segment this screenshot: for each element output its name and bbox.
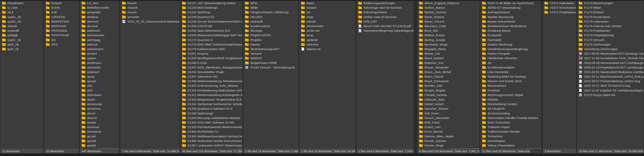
list-item[interactable]: Blach_Norbert	[417, 56, 480, 60]
list-item[interactable]: D1345 Messung Lastkollektive Aktuator	[180, 116, 242, 120]
list-item[interactable]: PRAKTIKUM	[44, 33, 79, 37]
list-item[interactable]: Braye_Emmanuel	[417, 79, 480, 83]
list-item[interactable]: LOGISTIK	[44, 15, 79, 19]
list-item[interactable]: ahoffmann	[80, 60, 119, 65]
list-item[interactable]: Kundenstammdaten	[480, 65, 541, 70]
list-item[interactable]: Flachstahl	[480, 38, 541, 42]
list-item[interactable]: showmonitor	[300, 24, 356, 28]
list-item[interactable]: 2021-05-07 Pressemitteilung Le2Gro.msg	[577, 79, 644, 83]
list-item[interactable]: akl1	[80, 83, 119, 88]
list-item[interactable]: Fahrzeugscheine	[356, 10, 414, 14]
list-item[interactable]: Rechnungsnummer Digital	[480, 93, 541, 97]
list-item[interactable]: tp03_1$	[0, 42, 43, 47]
list-item[interactable]: temp	[300, 33, 356, 37]
list-item[interactable]: pwdigi$	[0, 33, 43, 37]
list-item[interactable]: ssp01_1$	[0, 38, 43, 42]
list-item[interactable]: Projekt-DATEN	[243, 33, 298, 37]
list-item[interactable]: Stick Tschechien	[480, 120, 541, 125]
list-item[interactable]: tp04_1$	[0, 47, 43, 51]
list-item[interactable]: riepp	[300, 15, 356, 19]
list-item[interactable]: D1316 Fernbedienung Abdeckplane AXIS	[180, 88, 242, 93]
list-item[interactable]: D_User	[0, 5, 43, 10]
list-item[interactable]: ap3akl	[80, 143, 119, 148]
list-item[interactable]: ajung2	[80, 79, 119, 83]
list-item[interactable]: cpa01_1$	[0, 15, 43, 19]
list-item[interactable]: Defosset_Alain	[417, 97, 480, 102]
list-item[interactable]: aneubauer	[80, 129, 119, 134]
list-item[interactable]: KUHN	[44, 5, 79, 10]
list-item[interactable]: Behälterrechner Winterdienst	[480, 24, 541, 28]
list-item[interactable]: D1352 AXIS EMC Software JC-NG	[180, 120, 242, 125]
list-item[interactable]: Bottemer_Eric	[417, 60, 480, 65]
list-item[interactable]: Eckert_Lars	[417, 125, 480, 129]
list-item[interactable]: dateien.txt	[300, 47, 356, 51]
list-item[interactable]: D1286 E-Click	[180, 60, 242, 65]
list-item[interactable]: administrator	[80, 33, 119, 37]
list-item[interactable]: 2021-02-11 Abschlussbericht_LeiTra_final…	[577, 74, 644, 79]
list-item[interactable]: Hydraulik	[243, 19, 298, 24]
list-item[interactable]: HALDEX	[243, 15, 298, 19]
list-item[interactable]: P1170 Patente und Literatur	[577, 24, 644, 28]
list-item[interactable]: Auftragsbestand	[480, 10, 541, 14]
list-item[interactable]: 2017-09-02 Masterarbeit AGT-Gestänge Lei…	[577, 51, 644, 56]
list-item[interactable]: Bauer_Vincent	[417, 19, 480, 24]
list-item[interactable]: Buehler_Joel	[417, 83, 480, 88]
list-item[interactable]: D1308 Weiterentwicklung Telimatsensoren …	[180, 79, 242, 83]
list-item[interactable]: vFM_DAT	[356, 19, 414, 24]
list-item[interactable]: P1170 Zeichnungen	[577, 42, 644, 47]
list-item[interactable]: akrum	[80, 111, 119, 116]
list-item[interactable]: Traktorenmarke Händler	[480, 129, 541, 134]
list-item[interactable]: Chiriatti_Daniela	[417, 93, 480, 97]
list-item[interactable]: Detscher_Simone	[417, 106, 480, 111]
list-item[interactable]: D1220 MDS-Redesign	[180, 5, 242, 10]
list-item[interactable]: MWelfens-Keller	[80, 5, 119, 10]
list-item[interactable]: Messen und Events 2024	[480, 79, 541, 83]
list-item[interactable]: WABCO	[243, 56, 298, 60]
list-item[interactable]: Eble_Franz	[417, 120, 480, 125]
list-item[interactable]: D1321 Weiterentwicklung Aufstiegleiter A…	[180, 93, 242, 97]
list-item[interactable]: D1291 Streutabellen Plugin	[180, 70, 242, 74]
list-item[interactable]: Messenotizen	[480, 83, 541, 88]
list-item[interactable]: D1242 OptiDüng	[180, 10, 242, 14]
list-item[interactable]: Traktoren Import	[480, 125, 541, 129]
list-item[interactable]: nrauch	[120, 10, 180, 14]
list-item[interactable]: MARKETING	[44, 19, 79, 24]
list-item[interactable]: Bosch GSR 18V-60C 07112019.pdf	[356, 24, 414, 28]
list-item[interactable]: Fischer_Regis	[417, 143, 480, 148]
list-item[interactable]: amaier	[80, 120, 119, 125]
list-item[interactable]: D1287 AXIS_Oberlenker_Ankuppelsystem	[180, 65, 242, 70]
list-item[interactable]: 2020-02-18 Projektbericht AGT Leichtbaug…	[577, 65, 644, 70]
list-item[interactable]: Dorsch_Alexander	[417, 116, 480, 120]
list-item[interactable]: Ernst_Werner	[417, 129, 480, 134]
list-item[interactable]: Screenrecording	[480, 111, 541, 116]
list-item[interactable]: Fischer_Damien	[417, 139, 480, 143]
list-item[interactable]: abelikan	[80, 15, 119, 19]
list-item[interactable]: Roboter	[480, 97, 541, 102]
list-item[interactable]: D1364 Wurfscheibe S1	[180, 129, 242, 134]
list-item[interactable]: Garantieverlängerung Solaranlage.pdf	[356, 28, 414, 33]
list-item[interactable]: D1367 Lenksystem AXENT Weiterentwicklung	[180, 143, 242, 148]
list-item[interactable]: akronimus	[80, 106, 119, 111]
list-item[interactable]: PERSONAL	[44, 28, 79, 33]
list-item[interactable]: Händlerliste Hönscher	[480, 56, 541, 60]
list-item[interactable]: Gewinn Rechnung	[480, 42, 541, 47]
list-item[interactable]: GL$	[0, 10, 43, 14]
list-item[interactable]: aivkovich	[80, 70, 119, 74]
list-item[interactable]: D1366 Stufenloser Antrieb Grenzstreuen	[180, 139, 242, 143]
list-item[interactable]: aischenko	[80, 65, 119, 70]
list-item[interactable]: Raeder	[243, 42, 298, 47]
list-item[interactable]: P1170 Versuch	[577, 38, 644, 42]
list-item[interactable]: Beck_Nils	[417, 28, 480, 33]
list-item[interactable]: akoch	[80, 97, 119, 102]
list-item[interactable]: instand$	[0, 28, 43, 33]
list-item[interactable]: Liste Gechenke	[480, 70, 541, 74]
list-item[interactable]: Bedienungsanleitungen	[356, 1, 414, 5]
list-item[interactable]: D1281 Kosyma	[180, 51, 242, 56]
list-item[interactable]: Braun_Jean_Michel	[417, 70, 480, 74]
list-item[interactable]: ap1akl	[80, 134, 119, 138]
list-item[interactable]: LA_Vers	[80, 1, 119, 5]
list-item[interactable]: D1260 AXENT100	[180, 24, 242, 28]
list-item[interactable]: Ersatzteile	[480, 33, 541, 37]
list-item[interactable]: aangelidis	[80, 10, 119, 14]
list-item[interactable]: ajung	[80, 74, 119, 79]
